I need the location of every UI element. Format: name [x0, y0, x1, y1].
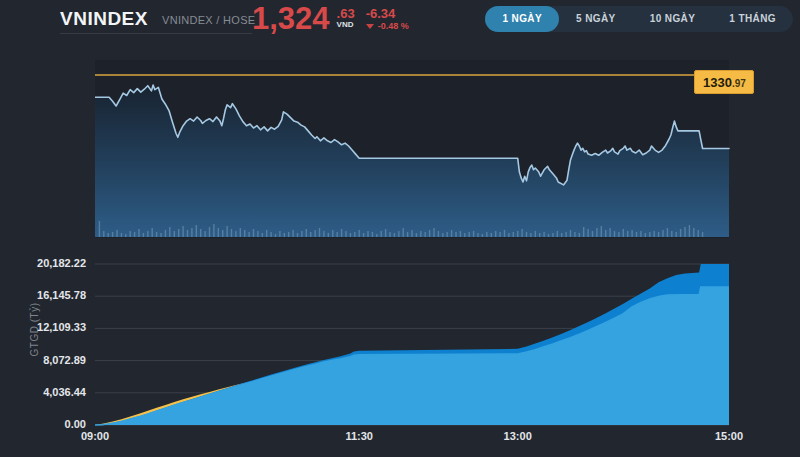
page-title: VNINDEX: [60, 8, 148, 30]
y-axis-label: 12,109.33: [0, 321, 86, 333]
range-button-10-ngay[interactable]: 10 NGÀY: [633, 6, 713, 32]
range-button-1-ngay[interactable]: 1 NGÀY: [485, 6, 559, 32]
y-axis-label: 8,072.89: [0, 354, 86, 366]
symbol-exchange-label: VNINDEX / HOSE: [162, 14, 255, 26]
reference-price-main: 1330: [703, 75, 732, 90]
last-price: 1,324: [252, 3, 330, 35]
price-change: -6.34: [366, 7, 396, 20]
y-axis-label: 0.00: [0, 418, 86, 430]
last-price-fraction: .63: [337, 7, 355, 20]
range-button-5-ngay[interactable]: 5 NGÀY: [559, 6, 633, 32]
x-axis-label: 15:00: [699, 430, 759, 442]
gtgd-chart[interactable]: [95, 262, 735, 432]
vnindex-trading-page: { "header": { "title": "VNINDEX", "subti…: [0, 0, 800, 457]
y-axis-label: 4,036.44: [0, 386, 86, 398]
reference-price-tag: 1330.97: [694, 70, 754, 94]
y-axis-label: 16,145.78: [0, 289, 86, 301]
time-range-selector: 1 NGÀY 5 NGÀY 10 NGÀY 1 THÁNG: [485, 6, 793, 32]
header-divider: [60, 33, 252, 34]
price-block: 1,324 .63 VND -6.34 -0.48 %: [252, 3, 409, 35]
x-axis-label: 13:00: [488, 430, 548, 442]
price-change-percent: -0.48 %: [378, 21, 409, 31]
down-triangle-icon: [366, 24, 374, 29]
reference-price-fraction: .97: [732, 78, 746, 89]
price-chart[interactable]: [95, 60, 735, 238]
range-button-1-thang[interactable]: 1 THÁNG: [712, 6, 793, 32]
x-axis-label: 11:30: [329, 430, 389, 442]
x-axis-label: 09:00: [65, 430, 125, 442]
currency-label: VND: [337, 20, 354, 30]
y-axis-label: 20,182.22: [0, 257, 86, 269]
